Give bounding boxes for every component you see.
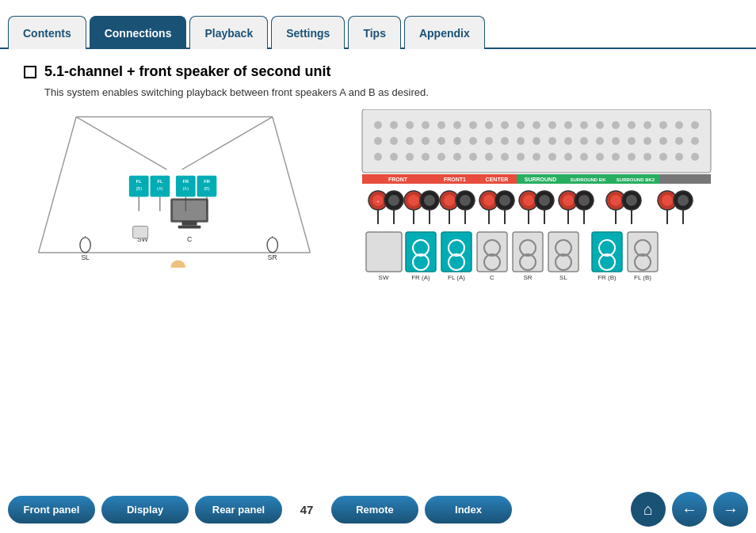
svg-point-68	[501, 137, 509, 145]
svg-point-56	[643, 121, 651, 129]
svg-line-2	[39, 117, 77, 253]
svg-text:FL (A): FL (A)	[448, 274, 465, 281]
svg-text:C: C	[490, 274, 494, 281]
svg-point-141	[610, 195, 621, 206]
svg-point-44	[453, 121, 461, 129]
svg-rect-114	[659, 174, 711, 184]
svg-point-90	[517, 153, 525, 161]
svg-point-45	[469, 121, 477, 129]
svg-text:SR: SR	[268, 253, 277, 261]
svg-point-37	[170, 260, 185, 268]
svg-text:FR (A): FR (A)	[411, 274, 430, 281]
svg-point-79	[675, 137, 683, 145]
svg-point-48	[517, 121, 525, 129]
svg-rect-20	[182, 221, 197, 226]
diagram-area: FL (B) FL (A) FR (A) FR (B)	[24, 109, 732, 268]
forward-button[interactable]: →	[713, 492, 748, 527]
svg-point-139	[578, 195, 590, 206]
back-button[interactable]: ←	[672, 492, 707, 527]
svg-point-50	[548, 121, 556, 129]
svg-rect-170	[441, 232, 472, 272]
svg-point-30	[80, 238, 90, 253]
svg-point-63	[422, 137, 430, 145]
svg-text:SW: SW	[379, 274, 389, 281]
tab-playback[interactable]: Playback	[189, 16, 268, 49]
tab-connections[interactable]: Connections	[90, 16, 187, 49]
svg-point-147	[678, 195, 689, 206]
svg-point-33	[267, 238, 277, 253]
svg-rect-28	[133, 227, 148, 238]
svg-point-70	[533, 137, 540, 145]
svg-rect-166	[406, 232, 436, 272]
connector-svg: FRONT FRONT1 CENTER SURROUND SURROUND BK…	[341, 109, 732, 284]
bottom-nav: Front panel Display Rear panel 47 Remote…	[0, 485, 756, 533]
svg-point-84	[422, 153, 430, 161]
front-panel-button[interactable]: Front panel	[8, 496, 95, 523]
svg-rect-182	[548, 232, 578, 272]
svg-point-121	[408, 195, 419, 206]
svg-point-61	[390, 137, 398, 145]
svg-point-86	[453, 153, 461, 161]
svg-point-66	[469, 137, 477, 145]
svg-point-43	[437, 121, 445, 129]
svg-text:(B): (B)	[136, 186, 142, 191]
svg-point-143	[626, 195, 637, 206]
display-button[interactable]: Display	[101, 496, 189, 523]
svg-point-78	[659, 137, 667, 145]
svg-text:SR: SR	[523, 274, 532, 281]
svg-rect-19	[173, 200, 206, 220]
back-arrow-icon: ←	[682, 501, 697, 519]
svg-point-145	[662, 195, 673, 206]
svg-rect-21	[178, 226, 201, 229]
svg-line-1	[182, 117, 273, 170]
svg-point-60	[374, 137, 382, 145]
svg-text:SL: SL	[81, 253, 90, 261]
svg-point-57	[659, 121, 667, 129]
svg-point-58	[675, 121, 683, 129]
svg-text:(B): (B)	[204, 186, 210, 191]
home-button[interactable]: ⌂	[631, 492, 666, 527]
svg-text:FR (B): FR (B)	[598, 274, 617, 281]
tab-tips[interactable]: Tips	[348, 16, 401, 49]
svg-point-42	[422, 121, 430, 129]
svg-point-95	[596, 153, 604, 161]
svg-point-76	[628, 137, 636, 145]
svg-rect-186	[592, 232, 622, 272]
svg-point-39	[374, 121, 382, 129]
svg-point-47	[501, 121, 509, 129]
svg-point-98	[643, 153, 651, 161]
svg-point-82	[390, 153, 398, 161]
svg-text:SURROUND BK: SURROUND BK	[571, 177, 607, 182]
svg-text:SL: SL	[559, 274, 567, 281]
page-number: 47	[295, 503, 319, 516]
svg-point-62	[406, 137, 414, 145]
svg-rect-190	[628, 232, 658, 272]
svg-rect-164	[366, 232, 402, 272]
tab-settings[interactable]: Settings	[271, 16, 345, 49]
remote-button[interactable]: Remote	[331, 496, 418, 523]
checkbox-icon	[24, 66, 36, 78]
svg-point-53	[596, 121, 604, 129]
svg-text:FRONT1: FRONT1	[444, 177, 466, 182]
index-button[interactable]: Index	[425, 496, 512, 523]
tab-appendix[interactable]: Appendix	[404, 16, 485, 49]
svg-text:FL: FL	[136, 179, 142, 184]
svg-point-67	[485, 137, 493, 145]
svg-point-52	[580, 121, 588, 129]
svg-line-3	[273, 117, 311, 253]
connector-diagram: FRONT FRONT1 CENTER SURROUND SURROUND BK…	[341, 109, 732, 268]
room-diagram: FL (B) FL (A) FR (A) FR (B)	[24, 109, 325, 268]
svg-point-129	[483, 195, 494, 206]
svg-point-41	[406, 121, 414, 129]
svg-point-135	[539, 195, 550, 206]
svg-text:FR: FR	[182, 179, 189, 184]
svg-text:(A): (A)	[157, 186, 163, 191]
svg-point-83	[406, 153, 414, 161]
main-content: 5.1-channel + front speaker of second un…	[0, 49, 756, 276]
rear-panel-button[interactable]: Rear panel	[195, 496, 282, 523]
tab-contents[interactable]: Contents	[8, 16, 86, 49]
svg-point-80	[691, 137, 699, 145]
svg-point-99	[659, 153, 667, 161]
svg-point-88	[485, 153, 493, 161]
svg-point-85	[437, 153, 445, 161]
